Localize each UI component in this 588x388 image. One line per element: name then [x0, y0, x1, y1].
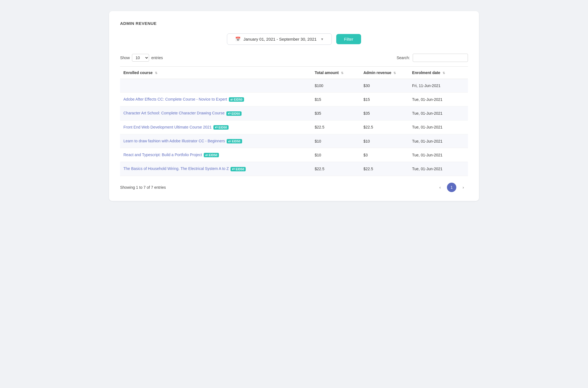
search-input[interactable]: [413, 54, 468, 62]
show-label: Show: [120, 56, 130, 60]
coupon-badge: 🏷EID50: [226, 111, 242, 116]
cell-admin-revenue: $22.5: [360, 120, 409, 134]
chevron-down-icon: ▼: [321, 37, 324, 41]
coupon-badge: 🏷EID50: [231, 167, 246, 171]
tag-icon: 🏷: [231, 98, 233, 101]
course-link[interactable]: The Basics of Household Wiring. The Elec…: [123, 166, 229, 171]
cell-course: [120, 79, 311, 93]
entries-label: entries: [151, 56, 163, 60]
cell-total-amount: $35: [311, 106, 360, 120]
page-1-button[interactable]: 1: [447, 183, 456, 192]
search-label: Search:: [397, 56, 410, 60]
table-row: Front End Web Development Ultimate Cours…: [120, 120, 468, 134]
cell-total-amount: $22.5: [311, 162, 360, 176]
tag-icon: 🏷: [215, 126, 218, 129]
table-row: React and Typescript: Build a Portfolio …: [120, 148, 468, 162]
date-range-label: January 01, 2021 - September 30, 2021: [243, 37, 317, 41]
cell-course: Character Art School: Complete Character…: [120, 106, 311, 120]
cell-course: The Basics of Household Wiring. The Elec…: [120, 162, 311, 176]
coupon-badge: 🏷EID50: [227, 139, 242, 143]
cell-course: Learn to draw fashion with Adobe Illustr…: [120, 134, 311, 148]
th-enrolled-course: Enrolled course ⇅: [120, 67, 311, 79]
table-header-row: Enrolled course ⇅ Total amount ⇅ Admin r…: [120, 67, 468, 79]
th-admin-revenue: Admin revenue ⇅: [360, 67, 409, 79]
calendar-icon: 📅: [235, 36, 241, 42]
course-link[interactable]: React and Typescript: Build a Portfolio …: [123, 153, 202, 157]
sort-icon-enrolled[interactable]: ⇅: [155, 71, 157, 75]
coupon-badge: 🏷EID50: [229, 97, 244, 102]
prev-page-button[interactable]: ‹: [435, 183, 445, 192]
next-page-button[interactable]: ›: [459, 183, 468, 192]
cell-admin-revenue: $3: [360, 148, 409, 162]
pagination-summary: Showing 1 to 7 of 7 entries: [120, 185, 166, 190]
search-row: Search:: [397, 54, 468, 62]
main-container: ADMIN REVENUE 📅 January 01, 2021 - Septe…: [109, 11, 479, 201]
course-link[interactable]: Learn to draw fashion with Adobe Illustr…: [123, 139, 225, 143]
cell-total-amount: $10: [311, 134, 360, 148]
cell-enrolment-date: Tue, 01-Jun-2021: [409, 162, 468, 176]
tag-icon: 🏷: [205, 154, 208, 157]
cell-admin-revenue: $15: [360, 93, 409, 106]
cell-enrolment-date: Tue, 01-Jun-2021: [409, 93, 468, 106]
entries-select[interactable]: 10 25 50 100: [132, 54, 149, 62]
cell-admin-revenue: $10: [360, 134, 409, 148]
cell-total-amount: $100: [311, 79, 360, 93]
cell-course: Adobe After Effects CC: Complete Course …: [120, 93, 311, 106]
table-row: Character Art School: Complete Character…: [120, 106, 468, 120]
pagination-row: Showing 1 to 7 of 7 entries ‹ 1 ›: [120, 183, 468, 192]
sort-icon-total[interactable]: ⇅: [341, 71, 343, 75]
table-row: The Basics of Household Wiring. The Elec…: [120, 162, 468, 176]
sort-icon-admin[interactable]: ⇅: [393, 71, 396, 75]
pagination-controls: ‹ 1 ›: [435, 183, 468, 192]
sort-icon-date[interactable]: ⇅: [443, 71, 445, 75]
cell-enrolment-date: Tue, 01-Jun-2021: [409, 148, 468, 162]
course-link[interactable]: Front End Web Development Ultimate Cours…: [123, 125, 212, 129]
cell-admin-revenue: $30: [360, 79, 409, 93]
table-row: Learn to draw fashion with Adobe Illustr…: [120, 134, 468, 148]
cell-course: Front End Web Development Ultimate Cours…: [120, 120, 311, 134]
revenue-table: Enrolled course ⇅ Total amount ⇅ Admin r…: [120, 66, 468, 176]
cell-admin-revenue: $35: [360, 106, 409, 120]
th-enrolment-date: Enrolment date ⇅: [409, 67, 468, 79]
cell-total-amount: $10: [311, 148, 360, 162]
cell-admin-revenue: $22.5: [360, 162, 409, 176]
table-row: $100$30Fri, 11-Jun-2021: [120, 79, 468, 93]
table-row: Adobe After Effects CC: Complete Course …: [120, 93, 468, 106]
cell-course: React and Typescript: Build a Portfolio …: [120, 148, 311, 162]
coupon-badge: 🏷EID50: [213, 125, 229, 130]
page-title: ADMIN REVENUE: [120, 21, 468, 26]
tag-icon: 🏷: [232, 167, 235, 171]
course-link[interactable]: Character Art School: Complete Character…: [123, 111, 225, 115]
cell-enrolment-date: Tue, 01-Jun-2021: [409, 120, 468, 134]
cell-total-amount: $22.5: [311, 120, 360, 134]
filter-button[interactable]: Filter: [336, 34, 361, 44]
cell-total-amount: $15: [311, 93, 360, 106]
coupon-badge: 🏷EID50: [204, 153, 219, 157]
tag-icon: 🏷: [228, 140, 231, 143]
filter-row: 📅 January 01, 2021 - September 30, 2021 …: [120, 33, 468, 45]
th-total-amount: Total amount ⇅: [311, 67, 360, 79]
cell-enrolment-date: Tue, 01-Jun-2021: [409, 134, 468, 148]
cell-enrolment-date: Tue, 01-Jun-2021: [409, 106, 468, 120]
cell-enrolment-date: Fri, 11-Jun-2021: [409, 79, 468, 93]
date-range-picker[interactable]: 📅 January 01, 2021 - September 30, 2021 …: [227, 33, 332, 45]
course-link[interactable]: Adobe After Effects CC: Complete Course …: [123, 97, 227, 101]
tag-icon: 🏷: [228, 112, 231, 115]
show-entries-control: Show 10 25 50 100 entries: [120, 54, 163, 62]
table-controls: Show 10 25 50 100 entries Search:: [120, 54, 468, 62]
